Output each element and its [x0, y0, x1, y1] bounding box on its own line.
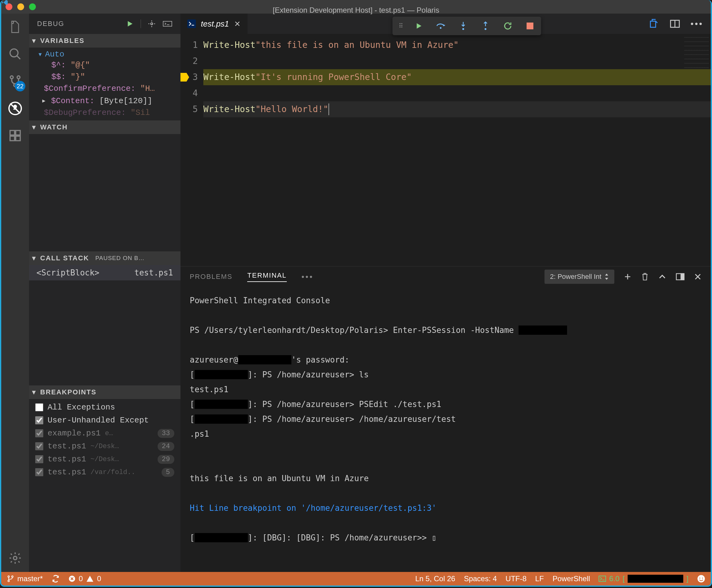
new-terminal-icon[interactable] [624, 273, 632, 281]
svg-point-11 [151, 23, 153, 25]
svg-point-5 [14, 105, 16, 108]
svg-rect-6 [10, 131, 15, 135]
svg-point-1 [10, 76, 13, 79]
svg-rect-8 [10, 136, 15, 141]
move-panel-icon[interactable] [675, 273, 685, 281]
svg-rect-12 [163, 21, 172, 26]
extensions-icon[interactable] [7, 128, 23, 143]
problems-tab[interactable]: PROBLEMS [190, 273, 232, 281]
svg-point-2 [17, 76, 20, 79]
restart-icon[interactable] [503, 21, 513, 31]
sync-icon[interactable] [52, 575, 60, 583]
callstack-title: CALL STACK [40, 254, 89, 262]
problems-status[interactable]: 0 0 [68, 574, 101, 583]
breakpoint-item[interactable]: example.ps1e…33 [29, 427, 181, 440]
close-tab-icon[interactable] [234, 20, 241, 27]
breakpoint-item[interactable]: All Exceptions [29, 401, 181, 414]
titlebar: [Extension Development Host] - test.ps1 … [1, 0, 711, 14]
close-panel-icon[interactable] [694, 273, 701, 280]
svg-point-24 [699, 578, 700, 579]
cursor-position[interactable]: Ln 5, Col 26 [415, 574, 455, 583]
code-editor[interactable]: 12345 Write-Host "this file is on an Ubu… [181, 34, 711, 266]
breakpoints-section: ▾BREAKPOINTS All ExceptionsUser-Unhandle… [29, 385, 181, 481]
panel-more-icon[interactable]: ••• [302, 272, 314, 282]
maximize-panel-icon[interactable] [658, 273, 666, 281]
settings-gear-icon[interactable] [7, 550, 23, 566]
git-branch[interactable]: master* [7, 574, 43, 583]
breakpoints-title: BREAKPOINTS [40, 388, 97, 396]
compare-changes-icon[interactable] [649, 19, 659, 29]
svg-point-20 [8, 580, 9, 582]
split-editor-icon[interactable] [670, 19, 680, 28]
kill-terminal-icon[interactable] [641, 272, 649, 281]
powershell-status[interactable]: 6.0 [] [598, 574, 689, 583]
status-bar: master* 0 0 Ln 5, Col 26 Spaces: 4 UTF-8… [1, 572, 711, 586]
callstack-frame[interactable]: <ScriptBlock> test.ps1 [29, 265, 181, 280]
svg-point-18 [8, 576, 9, 578]
breakpoint-item[interactable]: test.ps1~/Desk…24 [29, 440, 181, 453]
callstack-section: ▾CALL STACKPAUSED ON B… <ScriptBlock> te… [29, 251, 181, 385]
minimap[interactable] [684, 37, 709, 68]
debug-console-icon[interactable] [163, 20, 172, 27]
editor-group: test.ps1 ••• 12345 Write-Ho [181, 14, 711, 572]
language-mode[interactable]: PowerShell [552, 574, 590, 583]
more-actions-icon[interactable]: ••• [691, 19, 703, 29]
breakpoint-item[interactable]: test.ps1/var/fold..5 [29, 466, 181, 479]
editor-tab[interactable]: test.ps1 [181, 14, 247, 34]
encoding-status[interactable]: UTF-8 [506, 574, 527, 583]
activity-bar: 22 [1, 14, 29, 572]
svg-rect-22 [599, 576, 606, 582]
svg-rect-29 [527, 23, 533, 29]
svg-point-25 [702, 578, 703, 579]
terminal-tab[interactable]: TERMINAL [247, 271, 286, 282]
debug-toolbar[interactable]: ⠿ [392, 17, 541, 35]
source-control-icon[interactable]: 22 [7, 74, 23, 89]
feedback-icon[interactable] [697, 575, 705, 583]
debug-icon[interactable] [7, 101, 23, 116]
start-debug-icon[interactable] [126, 20, 134, 28]
indentation-status[interactable]: Spaces: 4 [464, 574, 497, 583]
search-icon[interactable] [7, 46, 23, 62]
svg-point-26 [440, 27, 441, 29]
variables-title: VARIABLES [40, 37, 85, 45]
drag-handle-icon[interactable]: ⠿ [399, 22, 402, 30]
sidebar-title: DEBUG [37, 20, 64, 28]
variables-scope[interactable]: ▾ Auto [29, 49, 181, 59]
svg-rect-7 [16, 131, 20, 135]
stop-icon[interactable] [525, 21, 535, 31]
tab-filename: test.ps1 [201, 19, 229, 29]
window-title: [Extension Development Host] - test.ps1 … [1, 0, 711, 15]
step-over-icon[interactable] [436, 21, 446, 31]
step-into-icon[interactable] [458, 21, 468, 31]
bottom-panel: PROBLEMS TERMINAL ••• 2: PowerShell Int [181, 266, 711, 572]
eol-status[interactable]: LF [535, 574, 544, 583]
debug-config-icon[interactable] [148, 20, 156, 28]
terminal-output[interactable]: PowerShell Integrated Console PS /Users/… [181, 287, 711, 572]
debug-sidebar: DEBUG ▾ VARIABLES ▾ Auto $^: "@{" $$: "}… [29, 14, 181, 572]
variables-section: ▾ VARIABLES ▾ Auto $^: "@{" $$: "}" $Con… [29, 34, 181, 121]
watch-section: ▾WATCH [29, 121, 181, 251]
terminal-selector[interactable]: 2: PowerShell Int [545, 270, 614, 284]
svg-point-19 [12, 576, 13, 578]
svg-point-28 [485, 28, 486, 30]
breakpoint-item[interactable]: test.ps1~/Desk…29 [29, 453, 181, 466]
scm-badge: 22 [15, 81, 25, 91]
svg-point-27 [462, 28, 464, 30]
step-out-icon[interactable] [481, 21, 490, 31]
continue-icon[interactable] [414, 21, 424, 31]
svg-point-10 [14, 556, 17, 560]
svg-rect-9 [16, 136, 20, 141]
svg-rect-17 [681, 274, 684, 280]
explorer-icon[interactable] [7, 19, 23, 35]
svg-rect-13 [187, 19, 196, 28]
breakpoint-item[interactable]: User-Unhandled Except [29, 414, 181, 427]
svg-rect-14 [650, 21, 655, 27]
watch-title: WATCH [40, 123, 68, 131]
svg-point-23 [697, 575, 705, 583]
powershell-file-icon [187, 19, 196, 28]
svg-point-0 [10, 49, 18, 57]
